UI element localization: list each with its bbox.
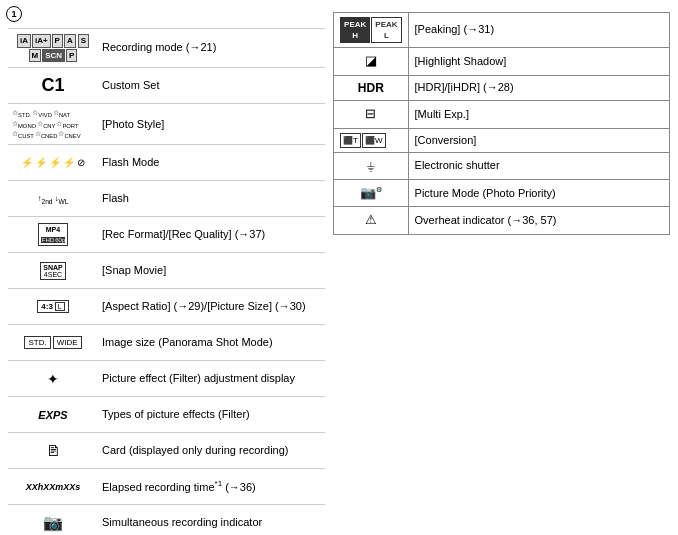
label-aspect-ratio: [Aspect Ratio] (→29)/[Picture Size] (→30…: [98, 297, 325, 316]
icon-td-peaking: PEAK H PEAK L: [334, 13, 408, 48]
style-port: ☆PORT: [56, 120, 78, 129]
icon-p2: P: [66, 49, 77, 63]
row-flash-mode: ⚡ ⚡ ⚡ ⚡ ⊘ Flash Mode: [8, 145, 325, 181]
label-card: Card (displayed only during recording): [98, 441, 325, 460]
row-picture-mode: 📷⚙ Picture Mode (Photo Priority): [334, 180, 670, 207]
label-image-size: Image size (Panorama Shot Mode): [98, 333, 325, 352]
card-icon: 🖹: [46, 443, 60, 459]
icon-td-hdr: HDR: [334, 75, 408, 101]
icon-aspect-ratio: 4:3 L: [8, 298, 98, 315]
flash-2nd: ↑2nd: [37, 194, 52, 205]
icon-td-picture-mode: 📷⚙: [334, 180, 408, 207]
row-snap-movie: SNAP 4SEC [Snap Movie]: [8, 253, 325, 289]
style-vivd: ☆VIVD: [32, 109, 52, 118]
highlight-icon: ◪: [365, 53, 377, 68]
overheat-icon: ⚠: [365, 212, 377, 227]
label-picture-effect: Picture effect (Filter) adjustment displ…: [98, 369, 325, 388]
label-types-filter: Types of picture effects (Filter): [98, 405, 325, 424]
style-cned: ☆CNED: [35, 130, 58, 139]
icon-scn: SCN: [42, 49, 65, 63]
peak-h: PEAK H: [340, 17, 370, 43]
icon-td-highlight: ◪: [334, 48, 408, 75]
row-rec-format: MP4 FHD60p [Rec Format]/[Rec Quality] (→…: [8, 217, 325, 253]
icon-card: 🖹: [8, 441, 98, 461]
std-wide-icons: STD. WIDE: [24, 336, 81, 349]
flash-icon-3: ⚡: [49, 157, 61, 168]
icon-ia: iA: [17, 34, 31, 48]
label-overheat: Overheat indicator (→36, 57): [408, 207, 669, 234]
label-electronic-shutter: Electronic shutter: [408, 152, 669, 179]
flash-icon-2: ⚡: [35, 157, 47, 168]
icon-td-shutter: ⏚: [334, 152, 408, 179]
style-mono: ☆MONO: [12, 120, 36, 129]
flash-wl: ↓WL: [55, 194, 69, 205]
row-elapsed: XXhXXmXXs Elapsed recording time*1 (→36): [8, 469, 325, 505]
icon-m: M: [29, 49, 42, 63]
page-number: 1: [6, 6, 22, 22]
camera-icon: 📷: [43, 513, 63, 532]
hdr-text: HDR: [358, 81, 384, 95]
row-image-size: STD. WIDE Image size (Panorama Shot Mode…: [8, 325, 325, 361]
icon-a: A: [64, 34, 76, 48]
icon-s: S: [78, 34, 89, 48]
style-cust: ☆CUST: [12, 130, 34, 139]
conversion-icons: ⬛T ⬛W: [340, 133, 401, 148]
row-highlight-shadow: ◪ [Highlight Shadow]: [334, 48, 670, 75]
filter-icon: ✦: [47, 371, 59, 387]
label-hdr: [HDR]/[iHDR] (→28): [408, 75, 669, 101]
row-photo-style: ☆STD. ☆VIVD ☆NAT ☆MONO ☆CNY ☆PORT ☆CUST …: [8, 104, 325, 145]
row-picture-effect: ✦ Picture effect (Filter) adjustment dis…: [8, 361, 325, 397]
icon-td-conversion: ⬛T ⬛W: [334, 128, 408, 152]
icon-image-size: STD. WIDE: [8, 334, 98, 351]
style-cnev: ☆CNEV: [58, 130, 80, 139]
style-std: ☆STD.: [12, 109, 31, 118]
row-hdr: HDR [HDR]/[iHDR] (→28): [334, 75, 670, 101]
rec-format-box: MP4 FHD60p: [38, 223, 68, 246]
label-multi-exp: [Multi Exp.]: [408, 101, 669, 128]
row-custom-set: C1 Custom Set: [8, 68, 325, 104]
icon-p: P: [52, 34, 63, 48]
shutter-icon: ⏚: [367, 158, 375, 173]
row-electronic-shutter: ⏚ Electronic shutter: [334, 152, 670, 179]
label-custom-set: Custom Set: [98, 76, 325, 95]
c1-text: C1: [41, 75, 64, 96]
conversion-icon-2: ⬛W: [362, 133, 386, 148]
icon-flash: ↑2nd ↓WL: [8, 192, 98, 207]
snap-box: SNAP 4SEC: [40, 262, 65, 280]
peak-l: PEAK L: [371, 17, 401, 43]
label-picture-mode: Picture Mode (Photo Priority): [408, 180, 669, 207]
icon-photo-style: ☆STD. ☆VIVD ☆NAT ☆MONO ☆CNY ☆PORT ☆CUST …: [8, 107, 98, 141]
conversion-icon-1: ⬛T: [340, 133, 361, 148]
label-flash-mode: Flash Mode: [98, 153, 325, 172]
row-recording-mode: iA iA+ P A S M SCN P Recording mode (→21…: [8, 28, 325, 68]
icon-elapsed: XXhXXmXXs: [8, 480, 98, 494]
row-flash: ↑2nd ↓WL Flash: [8, 181, 325, 217]
row-multi-exp: ⊟ [Multi Exp.]: [334, 101, 670, 128]
row-types-filter: EXPS Types of picture effects (Filter): [8, 397, 325, 433]
label-simultaneous: Simultaneous recording indicator: [98, 513, 325, 532]
label-flash: Flash: [98, 189, 325, 208]
peak-boxes: PEAK H PEAK L: [340, 17, 401, 43]
icon-flash-mode: ⚡ ⚡ ⚡ ⚡ ⊘: [8, 155, 98, 170]
icon-custom-set: C1: [8, 73, 98, 98]
row-peaking: PEAK H PEAK L [Peaking] (→31): [334, 13, 670, 48]
left-column: iA iA+ P A S M SCN P Recording mode (→21…: [8, 28, 325, 535]
icon-td-multiexp: ⊟: [334, 101, 408, 128]
right-table: PEAK H PEAK L [Peaking] (→31) ◪ [Highlig…: [333, 12, 670, 235]
aspect-box: 4:3 L: [37, 300, 68, 313]
right-column: PEAK H PEAK L [Peaking] (→31) ◪ [Highlig…: [333, 12, 670, 535]
exps-text: EXPS: [38, 409, 67, 421]
row-aspect-ratio: 4:3 L [Aspect Ratio] (→29)/[Picture Size…: [8, 289, 325, 325]
style-cny: ☆CNY: [37, 120, 55, 129]
row-overheat: ⚠ Overheat indicator (→36, 57): [334, 207, 670, 234]
elapsed-text: XXhXXmXXs: [26, 482, 81, 492]
multiexp-icon: ⊟: [365, 106, 376, 121]
style-nat: ☆NAT: [53, 109, 70, 118]
label-highlight-shadow: [Highlight Shadow]: [408, 48, 669, 75]
icon-simultaneous: 📷: [8, 511, 98, 534]
icon-recording-mode: iA iA+ P A S M SCN P: [8, 32, 98, 64]
label-conversion: [Conversion]: [408, 128, 669, 152]
label-recording-mode: Recording mode (→21): [98, 38, 325, 57]
label-peaking: [Peaking] (→31): [408, 13, 669, 48]
row-simultaneous: 📷 Simultaneous recording indicator: [8, 505, 325, 535]
